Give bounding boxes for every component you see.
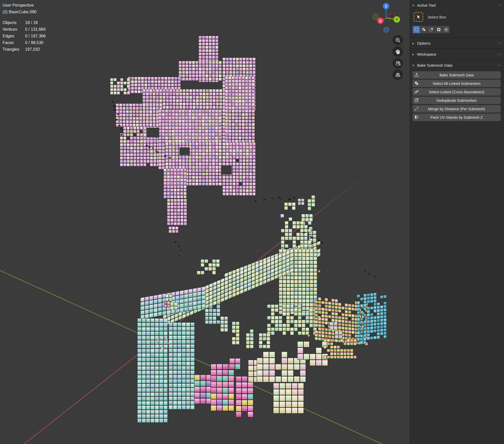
select-mode-set-button[interactable] [413,26,420,33]
uv-pack-icon [414,115,419,119]
gizmo-neg-x-axis[interactable] [389,13,395,18]
navigation-gizmo[interactable]: Z X Y [372,1,404,35]
panel-grip-handle[interactable] [497,4,501,6]
grid-perspective-icon [395,72,401,78]
sidebar-panel: ▾ Active Tool Select Box [409,0,504,444]
active-tool-row: Select Box [409,11,504,23]
panel-grip-handle[interactable] [497,42,501,44]
deduplicate-submeshes-button[interactable]: Deduplicate Submeshes [412,97,501,104]
gizmo-z-label: Z [385,4,387,8]
select-box-tool-button[interactable] [414,12,423,22]
section-title: Workspace [417,52,497,56]
select-subtract-icon [429,27,434,32]
section-header-bake-submesh-data[interactable]: ▾ Bake Submesh Data [409,60,504,70]
gizmo-x-label: X [379,19,382,23]
viewport-nav-buttons [392,35,403,81]
select-extend-icon [422,27,426,32]
select-mode-subtract-button[interactable] [428,26,435,33]
section-title: Options [417,41,497,45]
button-label: Bake Submesh Data [440,73,474,77]
gizmo-y-label: Y [396,18,398,22]
magnifier-plus-icon [395,37,401,44]
button-label: Select All Linked Submeshes [433,82,481,86]
select-mode-intersect-button[interactable] [442,26,450,33]
duplicate-icon [414,98,419,103]
merge-icon [414,106,419,111]
section-header-options[interactable]: ▸ Options [409,38,504,48]
chevron-right-icon: ▸ [412,42,417,45]
button-label: Pack UV Islands by Submesh Z [430,115,483,119]
select-linked-cross-boundaries-button[interactable]: Select Linked (Cross Boundaries) [412,88,501,96]
pack-uv-islands-button[interactable]: Pack UV Islands by Submesh Z [412,114,501,121]
linked-squares-icon [414,81,419,86]
camera-view-button[interactable] [392,58,403,68]
cursor-arrow-icon [416,14,421,20]
select-intersect-icon [444,27,448,32]
chevron-down-icon: ▾ [412,4,417,7]
panel-grip-handle[interactable] [497,53,501,55]
section-header-active-tool[interactable]: ▾ Active Tool [409,0,504,11]
gizmo-neg-z-axis[interactable] [384,27,389,33]
bake-submesh-data-button[interactable]: Bake Submesh Data [412,71,501,79]
gizmo-neg-y-axis[interactable] [373,14,378,19]
button-label: Merge by Distance (Per Submesh) [428,107,485,111]
panel-grip-handle[interactable] [497,64,501,66]
select-mode-extend-button[interactable] [420,26,427,33]
pan-button[interactable] [392,46,403,57]
merge-by-distance-button[interactable]: Merge by Distance (Per Submesh) [412,105,501,113]
select-mode-invert-button[interactable] [435,26,442,33]
camera-icon [395,60,401,67]
chevron-down-icon: ▾ [412,64,417,67]
select-set-icon [414,27,419,32]
section-title: Bake Submesh Data [417,63,497,67]
select-mode-row [409,23,504,37]
toggle-perspective-button[interactable] [392,69,403,80]
active-tool-label: Select Box [428,15,446,19]
button-label: Select Linked (Cross Boundaries) [429,90,484,94]
section-title: Active Tool [417,3,497,7]
blender-window: User Perspective (2) BasicCube.090 Objec… [0,0,504,444]
bake-submesh-buttons: Bake Submesh Data Select All Linked Subm… [409,70,504,126]
zoom-button[interactable] [392,35,403,45]
chain-link-icon [414,89,419,94]
section-header-workspace[interactable]: ▸ Workspace [409,49,504,59]
chevron-right-icon: ▸ [412,53,417,56]
select-all-linked-submeshes-button[interactable]: Select All Linked Submeshes [412,80,501,87]
export-icon [414,73,419,77]
hand-icon [395,48,401,55]
button-label: Deduplicate Submeshes [436,98,477,103]
select-invert-icon [437,27,441,32]
